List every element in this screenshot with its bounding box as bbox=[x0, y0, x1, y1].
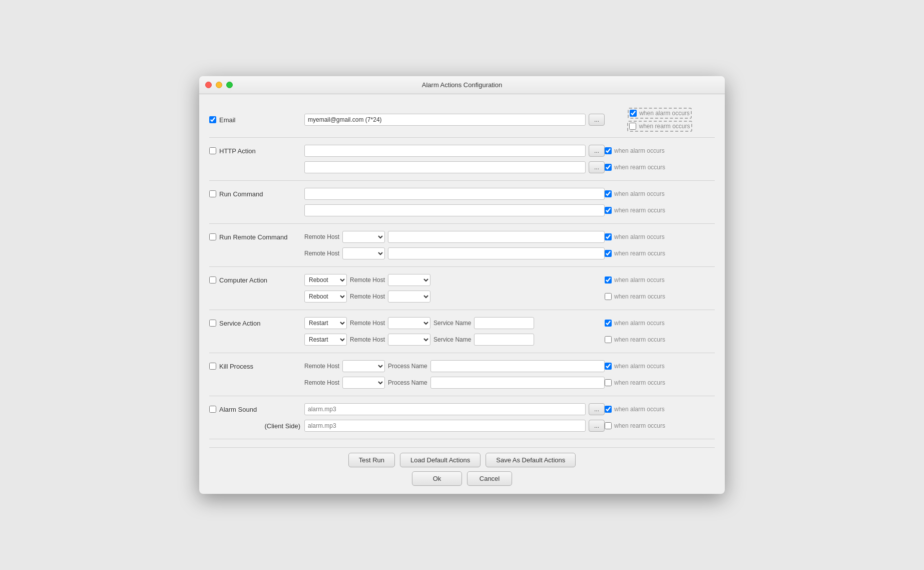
service-action-type-dropdown-1[interactable]: Restart Start Stop bbox=[304, 317, 347, 329]
service-action-label-text: Service Action bbox=[219, 320, 260, 327]
kill-process-alarm-main: Remote Host Process Name bbox=[304, 360, 605, 372]
kill-process-name-label-1: Process Name bbox=[388, 363, 427, 370]
run-command-alarm-input[interactable] bbox=[304, 188, 605, 200]
run-remote-rearm-checkbox[interactable] bbox=[605, 250, 612, 257]
run-command-alarm-checkbox[interactable] bbox=[605, 190, 612, 197]
kill-process-name-label-2: Process Name bbox=[388, 379, 427, 386]
computer-remote-host-dropdown-1[interactable] bbox=[388, 274, 430, 286]
http-alarm-input[interactable] bbox=[304, 145, 586, 157]
service-action-rearm-action: when rearm occurs bbox=[605, 336, 715, 343]
email-alarm-checkbox[interactable] bbox=[630, 110, 637, 117]
service-name-input-1[interactable] bbox=[474, 317, 534, 329]
email-actions: when alarm occurs when rearm occurs bbox=[605, 108, 715, 132]
computer-remote-host-label-2: Remote Host bbox=[350, 293, 385, 300]
kill-rearm-checkbox[interactable] bbox=[605, 379, 612, 386]
alarm-sound-label: Alarm Sound bbox=[209, 406, 304, 413]
email-checkbox[interactable] bbox=[209, 116, 216, 123]
run-remote-rearm-action: when rearm occurs bbox=[605, 250, 715, 257]
alarm-sound-rearm-input[interactable] bbox=[304, 420, 586, 432]
computer-alarm-checkbox[interactable] bbox=[605, 276, 612, 283]
http-alarm-action: when alarm occurs bbox=[605, 147, 715, 154]
computer-action-label-text: Computer Action bbox=[219, 276, 267, 284]
run-remote-host-dropdown-1[interactable] bbox=[342, 231, 385, 243]
kill-process-checkbox[interactable] bbox=[209, 363, 216, 370]
http-rearm-browse-btn[interactable]: ... bbox=[589, 161, 605, 173]
save-default-button[interactable]: Save As Default Actions bbox=[486, 453, 576, 467]
http-rearm-action: when rearm occurs bbox=[605, 164, 715, 171]
email-alarm-action: when alarm occurs bbox=[628, 108, 692, 119]
service-rearm-checkbox[interactable] bbox=[605, 336, 612, 343]
kill-alarm-checkbox[interactable] bbox=[605, 363, 612, 370]
computer-action-rearm-main: Reboot Shutdown Sleep Remote Host bbox=[304, 291, 605, 303]
http-alarm-main: ... bbox=[304, 145, 605, 157]
service-name-input-2[interactable] bbox=[474, 334, 534, 346]
http-alarm-row: HTTP Action ... when alarm occurs bbox=[209, 143, 715, 158]
computer-action-alarm-action: when alarm occurs bbox=[605, 276, 715, 283]
alarm-sound-alarm-label: when alarm occurs bbox=[614, 406, 665, 413]
service-name-label-1: Service Name bbox=[433, 320, 471, 327]
email-input[interactable] bbox=[304, 114, 586, 126]
close-button[interactable] bbox=[205, 82, 212, 88]
kill-process-row-group: Kill Process Remote Host Process Name wh… bbox=[209, 353, 715, 396]
email-alarm-label: when alarm occurs bbox=[639, 110, 690, 117]
computer-action-row-group: Computer Action Reboot Shutdown Sleep Re… bbox=[209, 267, 715, 310]
computer-action-checkbox[interactable] bbox=[209, 276, 216, 283]
run-remote-host-dropdown-2[interactable] bbox=[342, 247, 385, 259]
service-action-type-dropdown-2[interactable]: Restart Start Stop bbox=[304, 334, 347, 346]
service-action-checkbox[interactable] bbox=[209, 320, 216, 327]
kill-process-name-input-2[interactable] bbox=[430, 377, 605, 389]
service-action-rearm-main: Restart Start Stop Remote Host Service N… bbox=[304, 334, 605, 346]
service-remote-host-dropdown-2[interactable] bbox=[388, 334, 430, 346]
run-remote-rearm-label: when rearm occurs bbox=[614, 250, 665, 257]
kill-remote-host-dropdown-2[interactable] bbox=[342, 377, 385, 389]
kill-rearm-label: when rearm occurs bbox=[614, 379, 665, 386]
run-remote-checkbox[interactable] bbox=[209, 233, 216, 240]
http-rearm-input[interactable] bbox=[304, 161, 586, 173]
cancel-button[interactable]: Cancel bbox=[467, 471, 512, 486]
run-command-rearm-checkbox[interactable] bbox=[605, 207, 612, 214]
http-rearm-checkbox[interactable] bbox=[605, 164, 612, 171]
service-remote-host-dropdown-1[interactable] bbox=[388, 317, 430, 329]
maximize-button[interactable] bbox=[226, 82, 233, 88]
run-remote-alarm-main: Remote Host bbox=[304, 231, 605, 243]
http-alarm-checkbox[interactable] bbox=[605, 147, 612, 154]
run-remote-command-input-1[interactable] bbox=[388, 231, 605, 243]
computer-rearm-checkbox[interactable] bbox=[605, 293, 612, 300]
computer-action-type-dropdown-1[interactable]: Reboot Shutdown Sleep bbox=[304, 274, 347, 286]
run-command-rearm-main bbox=[304, 204, 605, 216]
test-run-button[interactable]: Test Run bbox=[348, 453, 395, 467]
run-command-rearm-input[interactable] bbox=[304, 204, 605, 216]
email-rearm-checkbox[interactable] bbox=[629, 123, 636, 130]
run-command-rearm-label: when rearm occurs bbox=[614, 207, 665, 214]
run-remote-alarm-checkbox[interactable] bbox=[605, 233, 612, 240]
alarm-sound-alarm-input[interactable] bbox=[304, 403, 586, 415]
alarm-sound-alarm-checkbox[interactable] bbox=[605, 406, 612, 413]
email-browse-btn[interactable]: ... bbox=[589, 114, 605, 126]
kill-process-name-input-1[interactable] bbox=[430, 360, 605, 372]
alarm-sound-rearm-browse-btn[interactable]: ... bbox=[589, 420, 605, 432]
kill-process-rearm-row: Remote Host Process Name when rearm occu… bbox=[209, 375, 715, 390]
load-default-button[interactable]: Load Default Actions bbox=[400, 453, 481, 467]
alarm-sound-checkbox[interactable] bbox=[209, 406, 216, 413]
computer-action-type-dropdown-2[interactable]: Reboot Shutdown Sleep bbox=[304, 291, 347, 303]
run-command-alarm-action: when alarm occurs bbox=[605, 190, 715, 197]
run-remote-command-input-2[interactable] bbox=[388, 247, 605, 259]
minimize-button[interactable] bbox=[216, 82, 222, 88]
run-remote-rearm-main: Remote Host bbox=[304, 247, 605, 259]
alarm-sound-rearm-checkbox[interactable] bbox=[605, 422, 612, 429]
http-alarm-browse-btn[interactable]: ... bbox=[589, 145, 605, 157]
email-label: Email bbox=[209, 116, 304, 124]
alarm-sound-rearm-row: (Client Side) ... when rearm occurs bbox=[209, 418, 715, 433]
computer-action-alarm-row: Computer Action Reboot Shutdown Sleep Re… bbox=[209, 272, 715, 288]
computer-remote-host-dropdown-2[interactable] bbox=[388, 291, 430, 303]
run-remote-alarm-action: when alarm occurs bbox=[605, 233, 715, 240]
email-row-group: Email ... when alarm occurs when r bbox=[209, 102, 715, 138]
alarm-sound-alarm-browse-btn[interactable]: ... bbox=[589, 403, 605, 415]
run-command-checkbox[interactable] bbox=[209, 190, 216, 197]
kill-remote-host-dropdown-1[interactable] bbox=[342, 360, 385, 372]
ok-button[interactable]: Ok bbox=[412, 471, 462, 486]
service-alarm-checkbox[interactable] bbox=[605, 320, 612, 327]
http-checkbox[interactable] bbox=[209, 147, 216, 154]
computer-action-label: Computer Action bbox=[209, 276, 304, 284]
alarm-sound-rearm-main: ... bbox=[304, 420, 605, 432]
